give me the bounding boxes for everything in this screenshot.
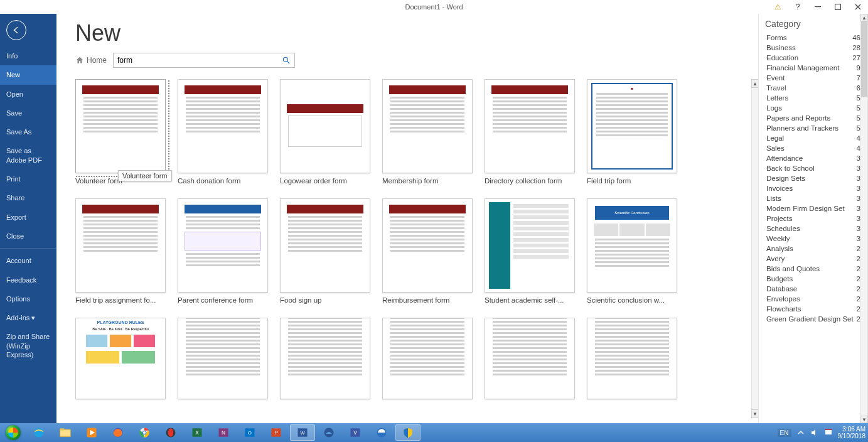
cat-scroll-down[interactable]: ▼ — [860, 416, 868, 423]
scroll-track[interactable] — [751, 88, 758, 409]
nav-feedback[interactable]: Feedback — [0, 271, 56, 289]
nav-zip-and-share-winzip-express-[interactable]: Zip and Share (WinZip Express) — [0, 327, 56, 364]
taskbar-uac[interactable] — [395, 424, 421, 441]
nav-save-as[interactable]: Save As — [0, 122, 56, 141]
cat-scroll-track[interactable] — [860, 21, 868, 416]
category-item[interactable]: Avery2 — [759, 254, 868, 264]
template-card[interactable]: Cash donation form — [178, 79, 280, 185]
taskbar-explorer[interactable] — [53, 424, 78, 441]
template-card[interactable]: Scientific ConclusionScientific conclusi… — [587, 198, 689, 304]
search-box[interactable] — [113, 53, 295, 68]
taskbar-firefox[interactable] — [105, 424, 131, 441]
category-item[interactable]: Flowcharts2 — [759, 304, 868, 314]
template-card[interactable]: Field trip assignment fo... — [75, 198, 178, 304]
category-item[interactable]: Invoices3 — [759, 183, 868, 193]
scroll-down-arrow[interactable]: ▼ — [751, 409, 758, 418]
nav-open[interactable]: Open — [0, 85, 56, 104]
maximize-button[interactable] — [828, 0, 848, 14]
taskbar-ie[interactable] — [26, 424, 51, 441]
template-card[interactable] — [178, 318, 280, 403]
category-item[interactable]: Budgets2 — [759, 274, 868, 284]
scroll-up-arrow[interactable]: ▲ — [751, 79, 758, 88]
category-item[interactable]: Schedules3 — [759, 224, 868, 234]
category-item[interactable]: Forms46 — [759, 33, 868, 43]
nav-print[interactable]: Print — [0, 170, 56, 188]
tray-show-hidden-icon[interactable] — [796, 428, 805, 437]
taskbar-chrome[interactable] — [132, 424, 157, 441]
template-card[interactable]: Volunteer form — [75, 79, 178, 185]
template-card[interactable] — [280, 318, 382, 403]
nav-save[interactable]: Save — [0, 104, 56, 122]
home-link[interactable]: Home — [75, 56, 107, 65]
template-card[interactable]: Directory collection form — [485, 79, 587, 185]
template-card[interactable]: Reimbursement form — [382, 198, 485, 304]
close-button[interactable] — [848, 0, 868, 14]
nav-share[interactable]: Share — [0, 188, 56, 207]
template-card[interactable]: PLAYGROUND RULESBe Safe · Be Kind · Be R… — [75, 318, 178, 403]
template-card[interactable] — [587, 318, 689, 403]
taskbar-app1[interactable] — [369, 424, 394, 441]
category-item[interactable]: Logs5 — [759, 103, 868, 113]
category-item[interactable]: Database2 — [759, 284, 868, 294]
template-card[interactable] — [382, 318, 485, 403]
category-item[interactable]: Design Sets3 — [759, 173, 868, 183]
nav-export[interactable]: Export — [0, 208, 56, 227]
category-item[interactable]: Green Gradient Design Set2 — [759, 314, 868, 324]
taskbar-thunderbird[interactable] — [316, 424, 341, 441]
category-item[interactable]: Lists3 — [759, 193, 868, 203]
category-item[interactable]: Travel6 — [759, 83, 868, 93]
category-item[interactable]: Business28 — [759, 43, 868, 53]
category-item[interactable]: Financial Management9 — [759, 63, 868, 73]
nav-options[interactable]: Options — [0, 289, 56, 308]
nav-close[interactable]: Close — [0, 227, 56, 245]
template-card[interactable]: Logowear order form — [280, 79, 382, 185]
category-scrollbar[interactable]: ▲ ▼ — [860, 14, 868, 423]
nav-new[interactable]: New — [0, 65, 56, 84]
category-item[interactable]: Planners and Trackers5 — [759, 123, 868, 133]
template-card[interactable]: Student academic self-... — [485, 198, 587, 304]
template-card[interactable]: Membership form — [382, 79, 485, 185]
category-item[interactable]: Back to School3 — [759, 163, 868, 173]
search-icon[interactable] — [282, 56, 291, 65]
category-item[interactable]: Sales4 — [759, 143, 868, 153]
taskbar-outlook[interactable]: O — [237, 424, 262, 441]
taskbar-onenote[interactable]: N — [211, 424, 236, 441]
back-button[interactable] — [6, 20, 26, 40]
category-item[interactable]: Letters5 — [759, 93, 868, 103]
taskbar-clock[interactable]: 3:06 AM 9/10/2018 — [838, 426, 866, 439]
taskbar-powerpoint[interactable]: P — [264, 424, 289, 441]
tray-volume-icon[interactable] — [810, 428, 819, 437]
help-button[interactable]: ? — [788, 0, 808, 14]
category-item[interactable]: Projects3 — [759, 213, 868, 224]
templates-scrollbar[interactable]: ▲ ▼ — [751, 79, 758, 418]
category-item[interactable]: Legal4 — [759, 133, 868, 143]
template-card[interactable]: ■Field trip form — [587, 79, 689, 185]
taskbar-opera[interactable] — [158, 424, 183, 441]
category-item[interactable]: Analysis2 — [759, 244, 868, 254]
category-item[interactable]: Modern Firm Design Set3 — [759, 203, 868, 213]
category-item[interactable]: Weekly3 — [759, 234, 868, 244]
category-item[interactable]: Bids and Quotes2 — [759, 264, 868, 274]
template-card[interactable]: Food sign up — [280, 198, 382, 304]
category-item[interactable]: Event7 — [759, 73, 868, 83]
category-item[interactable]: Education27 — [759, 53, 868, 63]
category-item[interactable]: Attendance3 — [759, 153, 868, 163]
nav-account[interactable]: Account — [0, 251, 56, 270]
cat-scroll-up[interactable]: ▲ — [860, 14, 868, 21]
template-card[interactable]: Parent conference form — [178, 198, 280, 304]
language-indicator[interactable]: EN — [778, 429, 791, 437]
nav-info[interactable]: Info — [0, 46, 56, 65]
nav-save-as-adobe-pdf[interactable]: Save as Adobe PDF — [0, 141, 56, 170]
nav-add-ins-[interactable]: Add-ins ▾ — [0, 308, 56, 327]
category-item[interactable]: Envelopes2 — [759, 294, 868, 304]
taskbar-media[interactable] — [79, 424, 104, 441]
search-input[interactable] — [117, 56, 282, 65]
taskbar-visio[interactable]: V — [343, 424, 368, 441]
category-item[interactable]: Papers and Reports5 — [759, 113, 868, 123]
template-card[interactable] — [485, 318, 587, 403]
cat-scroll-thumb[interactable] — [861, 21, 867, 97]
taskbar-excel[interactable]: X — [185, 424, 210, 441]
tray-flag-icon[interactable] — [824, 428, 833, 437]
minimize-button[interactable] — [808, 0, 828, 14]
taskbar-word[interactable]: W — [290, 424, 315, 441]
